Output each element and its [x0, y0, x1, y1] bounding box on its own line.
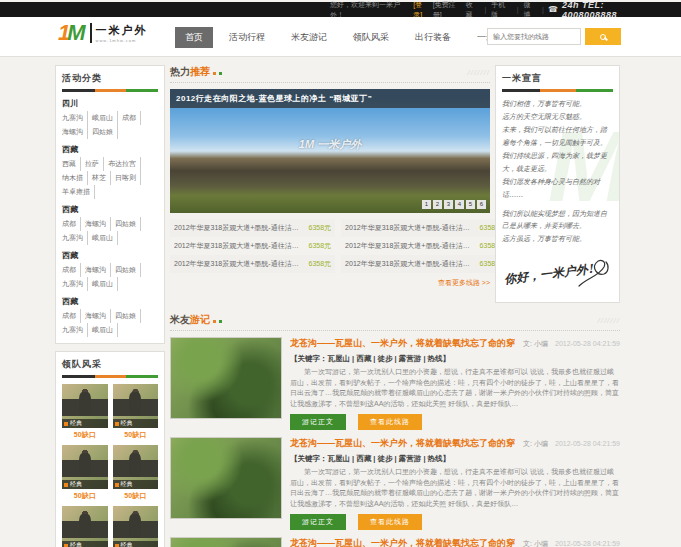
- carousel-page-button[interactable]: 2: [433, 200, 442, 209]
- leader-card[interactable]: 经典 50缺口: [62, 506, 108, 547]
- carousel-page-button[interactable]: 1: [422, 200, 431, 209]
- leader-badge: 经典: [62, 480, 108, 489]
- category-link[interactable]: 成都: [62, 309, 81, 323]
- category-link[interactable]: 成都: [122, 111, 141, 125]
- leader-photo: 经典: [62, 384, 108, 428]
- section-title-part1: 米友: [170, 313, 190, 327]
- leader-card[interactable]: 经典 50缺口: [62, 445, 108, 501]
- carousel-page-button[interactable]: 4: [455, 200, 464, 209]
- leader-photo: 经典: [113, 506, 159, 547]
- category-link[interactable]: 四姑娘: [92, 125, 118, 139]
- category-link[interactable]: 日喀则: [115, 171, 141, 185]
- carousel-page-button[interactable]: 6: [477, 200, 486, 209]
- post-thumbnail[interactable]: [170, 437, 282, 519]
- category-link[interactable]: 成都: [62, 263, 81, 277]
- leader-card[interactable]: 经典 50缺口: [113, 506, 159, 547]
- nav-item-diaries[interactable]: 米友游记: [281, 27, 337, 48]
- route-name: 2012年华夏318景观大道+墨脱-通往洁净世...: [345, 241, 476, 251]
- post-thumbnail[interactable]: [170, 537, 282, 547]
- section-title-part2: 游记: [190, 313, 210, 327]
- content-area: 活动分类 四川 九寨沟峨眉山成都海螺沟四姑娘 西藏 西藏拉萨布达拉宫纳木措林芝日…: [55, 65, 620, 547]
- site-logo[interactable]: 1M 一米户外 www.1mhw.com: [58, 22, 148, 44]
- carousel-caption: 2012行走在向阳之地-蓝色星球上的净土 “稻城亚丁”: [170, 89, 490, 108]
- route-name: 2012年华夏318景观大道+墨脱-通往洁净世...: [174, 241, 305, 251]
- category-link[interactable]: 布达拉宫: [108, 157, 141, 171]
- category-link[interactable]: 四姑娘: [115, 309, 141, 323]
- category-link[interactable]: 峨眉山: [92, 277, 118, 291]
- category-link[interactable]: 拉萨: [85, 157, 104, 171]
- category-link[interactable]: 九寨沟: [62, 323, 88, 337]
- nav-item-trips[interactable]: 活动行程: [219, 27, 275, 48]
- hero-carousel[interactable]: 2012行走在向阳之地-蓝色星球上的净土 “稻城亚丁” 1M 一米户外 1 2 …: [170, 89, 490, 213]
- nav-item-gear[interactable]: 出行装备: [405, 27, 461, 48]
- separator: |: [542, 6, 544, 13]
- leaders-box-title: 领队风采: [62, 358, 158, 371]
- leader-card[interactable]: 经典 50缺口: [113, 384, 159, 440]
- carousel-page-button[interactable]: 3: [444, 200, 453, 209]
- leader-card[interactable]: 经典 50缺口: [113, 445, 159, 501]
- declaration-line: 远方的天空无限无尽魅惑。: [502, 111, 613, 124]
- route-item[interactable]: 2012年华夏318景观大道+墨脱-通往洁净世...6358元: [170, 255, 335, 273]
- category-link[interactable]: 纳木措: [62, 171, 88, 185]
- post-thumbnail[interactable]: [170, 337, 282, 419]
- category-link[interactable]: 海螺沟: [62, 125, 88, 139]
- search-input[interactable]: [487, 28, 581, 45]
- route-item[interactable]: 2012年华夏318景观大道+墨脱-通往洁净世...6358元: [341, 255, 506, 273]
- leaders-grid: 经典 50缺口 经典 50缺口 经典 50缺口: [62, 384, 158, 547]
- category-link[interactable]: 海螺沟: [85, 263, 111, 277]
- badge-dot-icon: [64, 544, 68, 547]
- diary-post: 龙苍沟——瓦屋山、一米户外，将就着缺氧找忘了命的穿 文: 小编 2012-05-…: [170, 337, 620, 430]
- route-item[interactable]: 2012年华夏318景观大道+墨脱-通往洁净世...6358元: [170, 237, 335, 255]
- separator: |: [517, 6, 519, 13]
- search-icon: [600, 34, 606, 40]
- route-item[interactable]: 2012年华夏318景观大道+墨脱-通往洁净世...6358元: [341, 219, 506, 237]
- post-title-link[interactable]: 龙苍沟——瓦屋山、一米户外，将就着缺氧找忘了命的穿: [290, 337, 515, 350]
- logo-mark-icon: 1M: [58, 22, 86, 44]
- logo-name: 一米户外: [96, 23, 148, 38]
- leader-photo: 经典: [62, 445, 108, 489]
- post-title-link[interactable]: 龙苍沟——瓦屋山、一米户外，将就着缺氧找忘了命的穿: [290, 537, 515, 547]
- post-body: 龙苍沟——瓦屋山、一米户外，将就着缺氧找忘了命的穿 文: 小编 2012-05-…: [282, 437, 620, 530]
- badge-dot-icon: [115, 544, 119, 547]
- category-link[interactable]: 九寨沟: [62, 111, 88, 125]
- category-link[interactable]: 四姑娘: [115, 217, 141, 231]
- view-route-button[interactable]: 查看此线路: [358, 514, 422, 530]
- category-link[interactable]: 峨眉山: [92, 231, 118, 245]
- read-diary-button[interactable]: 游记正文: [290, 514, 346, 530]
- main-nav: 首页 活动行程 米友游记 领队风采 出行装备 一米介绍: [175, 17, 523, 57]
- search-button[interactable]: [585, 28, 621, 45]
- route-price: 6358元: [309, 223, 332, 233]
- leader-caption: 50缺口: [62, 430, 108, 440]
- category-link[interactable]: 林芝: [92, 171, 111, 185]
- category-link[interactable]: 西藏: [62, 157, 81, 171]
- category-link[interactable]: 九寨沟: [62, 277, 88, 291]
- nav-item-leaders[interactable]: 领队风采: [343, 27, 399, 48]
- left-sidebar: 活动分类 四川 九寨沟峨眉山成都海螺沟四姑娘 西藏 西藏拉萨布达拉宫纳木措林芝日…: [55, 65, 165, 547]
- post-title-link[interactable]: 龙苍沟——瓦屋山、一米户外，将就着缺氧找忘了命的穿: [290, 437, 515, 450]
- category-region: 西藏: [62, 296, 158, 307]
- post-keywords: 【关键字：瓦屋山 | 西藏 | 徒步 | 露营游 | 热线】: [290, 454, 620, 464]
- category-link[interactable]: 海螺沟: [85, 309, 111, 323]
- category-link[interactable]: 海螺沟: [85, 217, 111, 231]
- main-region: 热力 推荐 /////// 2012行走在向阳之地-蓝色星球上的净土 “稻城亚丁…: [170, 65, 620, 547]
- view-more-routes-link[interactable]: 查看更多线路 >>: [170, 278, 490, 288]
- nav-item-home[interactable]: 首页: [175, 27, 213, 48]
- carousel-pagination: 1 2 3 4 5 6: [422, 200, 486, 209]
- route-item[interactable]: 2012年华夏318景观大道+墨脱-通往洁净世...6358元: [170, 219, 335, 237]
- route-item[interactable]: 2012年华夏318景观大道+墨脱-通往洁净世...6358元: [341, 237, 506, 255]
- category-link[interactable]: 峨眉山: [92, 323, 118, 337]
- category-links: 成都海螺沟四姑娘九寨沟峨眉山: [62, 309, 158, 337]
- category-region: 西藏: [62, 204, 158, 215]
- carousel-page-button[interactable]: 5: [466, 200, 475, 209]
- signature-block: 你好，一米户外!: [502, 252, 613, 300]
- view-route-button[interactable]: 查看此线路: [358, 414, 422, 430]
- leader-card[interactable]: 经典 50缺口: [62, 384, 108, 440]
- category-link[interactable]: 九寨沟: [62, 231, 88, 245]
- category-link[interactable]: 峨眉山: [92, 111, 118, 125]
- logo-subtitle: www.1mhw.com: [96, 38, 148, 43]
- title-stripe: [502, 89, 613, 92]
- read-diary-button[interactable]: 游记正文: [290, 414, 346, 430]
- category-link[interactable]: 四姑娘: [115, 263, 141, 277]
- category-link[interactable]: 成都: [62, 217, 81, 231]
- category-link[interactable]: 羊卓雍措: [62, 185, 95, 199]
